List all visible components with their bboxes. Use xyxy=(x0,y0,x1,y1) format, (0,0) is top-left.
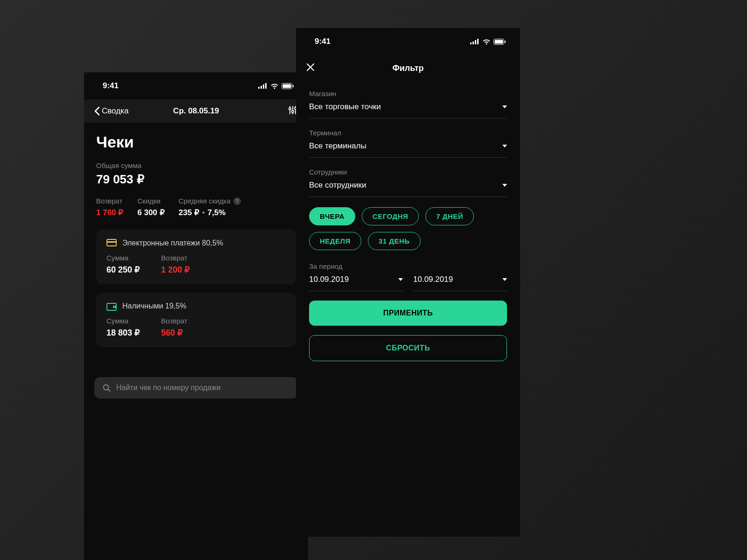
stat-refund-label: Возврат xyxy=(96,197,123,205)
stat-refund: Возврат 1 760 ₽ xyxy=(96,197,123,217)
status-time: 9:41 xyxy=(315,37,331,46)
svg-rect-20 xyxy=(470,42,472,44)
filter-store: Магазин Все торговые точки xyxy=(309,90,507,119)
status-time: 9:41 xyxy=(103,81,119,91)
card-electronic-payments[interactable]: Электронные платежи 80,5% Сумма 60 250 ₽… xyxy=(96,230,296,284)
reset-button[interactable]: СБРОСИТЬ xyxy=(309,335,507,361)
stat-avg-discount-value: 235 ₽•7,5% xyxy=(179,208,241,217)
period-label: За период xyxy=(309,262,507,270)
card-electronic-title: Электронные платежи 80,5% xyxy=(122,239,223,247)
svg-point-10 xyxy=(292,111,294,112)
wallet-icon xyxy=(106,302,117,310)
period-from-select[interactable]: 10.09.2019 xyxy=(309,275,403,291)
filter-employees-value: Все сотрудники xyxy=(309,181,366,190)
filter-employees: Сотрудники Все сотрудники xyxy=(309,168,507,197)
card-electronic-sum-value: 60 250 ₽ xyxy=(106,265,140,275)
svg-point-17 xyxy=(114,307,115,308)
svg-rect-6 xyxy=(293,85,294,87)
avg-discount-amount: 235 ₽ xyxy=(179,208,199,217)
svg-point-18 xyxy=(104,385,109,390)
svg-rect-0 xyxy=(258,87,260,89)
status-bar: 9:41 xyxy=(296,28,520,55)
card-cash-sum-value: 18 803 ₽ xyxy=(106,328,140,338)
page-title: Чеки xyxy=(96,133,296,151)
filter-terminal: Терминал Все терминалы xyxy=(309,129,507,158)
svg-line-19 xyxy=(108,389,110,391)
filter-store-label: Магазин xyxy=(309,90,507,98)
help-icon[interactable]: ? xyxy=(233,197,241,205)
svg-point-8 xyxy=(289,108,291,110)
svg-rect-3 xyxy=(265,83,267,89)
filter-terminal-select[interactable]: Все терминалы xyxy=(309,141,507,158)
filter-screen: 9:41 Фильтр Магазин Все торговые точки Т… xyxy=(296,28,520,537)
card-icon xyxy=(106,239,117,247)
search-icon xyxy=(103,384,111,392)
close-button[interactable] xyxy=(306,63,325,73)
total-amount: 79 053 ₽ xyxy=(96,172,296,187)
filter-employees-label: Сотрудники xyxy=(309,168,507,176)
chevron-down-icon xyxy=(502,278,507,281)
receipts-screen: 9:41 Сводка Ср. 08.05.19 Чеки Общая сумм… xyxy=(84,72,308,560)
battery-icon xyxy=(493,39,506,45)
period-to-select[interactable]: 10.09.2019 xyxy=(413,275,507,291)
search-placeholder: Найти чек по номеру продажи xyxy=(116,384,221,392)
stat-avg-discount-label: Средняя скидка ? xyxy=(179,197,241,205)
total-label: Общая сумма xyxy=(96,161,296,169)
receipts-content: Чеки Общая сумма 79 053 ₽ Возврат 1 760 … xyxy=(84,123,308,366)
stat-discounts: Скидки 6 300 ₽ xyxy=(137,197,164,217)
card-electronic-refund-value: 1 200 ₽ xyxy=(161,265,190,275)
card-cash-refund-label: Возврат xyxy=(161,317,187,325)
stats-row: Возврат 1 760 ₽ Скидки 6 300 ₽ Средняя с… xyxy=(96,197,296,217)
status-icons xyxy=(258,83,294,89)
status-icons xyxy=(470,39,506,45)
back-label: Сводка xyxy=(102,106,128,116)
svg-rect-1 xyxy=(261,86,262,89)
date-chips: ВЧЕРА СЕГОДНЯ 7 ДНЕЙ НЕДЕЛЯ 31 ДЕНЬ xyxy=(309,207,507,250)
nav-bar: Сводка Ср. 08.05.19 xyxy=(84,99,308,123)
chip-yesterday[interactable]: ВЧЕРА xyxy=(309,207,355,225)
svg-rect-26 xyxy=(505,41,506,43)
chevron-down-icon xyxy=(502,145,507,147)
stat-discounts-value: 6 300 ₽ xyxy=(137,208,164,217)
card-cash-refund-value: 560 ₽ xyxy=(161,328,187,338)
chip-31days[interactable]: 31 ДЕНЬ xyxy=(368,232,421,250)
back-button[interactable]: Сводка xyxy=(94,106,128,116)
nav-date: Ср. 08.05.19 xyxy=(173,106,219,116)
close-icon xyxy=(306,63,315,71)
period-row: 10.09.2019 10.09.2019 xyxy=(309,275,507,291)
filter-nav: Фильтр xyxy=(296,55,520,81)
chevron-down-icon xyxy=(502,105,507,108)
chip-week[interactable]: НЕДЕЛЯ xyxy=(309,232,361,250)
period-to-value: 10.09.2019 xyxy=(413,275,453,284)
filter-employees-select[interactable]: Все сотрудники xyxy=(309,181,507,197)
filter-title: Фильтр xyxy=(296,63,520,73)
svg-rect-23 xyxy=(477,39,479,44)
svg-rect-5 xyxy=(283,84,291,88)
search-input[interactable]: Найти чек по номеру продажи xyxy=(94,377,298,399)
battery-icon xyxy=(282,83,294,89)
filter-content: Магазин Все торговые точки Терминал Все … xyxy=(296,81,520,370)
svg-rect-2 xyxy=(263,84,264,89)
filter-terminal-value: Все терминалы xyxy=(309,141,366,151)
filter-terminal-label: Терминал xyxy=(309,129,507,137)
wifi-icon xyxy=(482,39,491,45)
avg-discount-percent: 7,5% xyxy=(208,208,226,217)
card-cash-title: Наличными 19,5% xyxy=(122,302,186,310)
status-bar: 9:41 xyxy=(84,72,308,99)
wifi-icon xyxy=(270,83,279,89)
svg-rect-21 xyxy=(472,42,474,44)
chip-7days[interactable]: 7 ДНЕЙ xyxy=(425,207,474,225)
apply-button[interactable]: ПРИМЕНИТЬ xyxy=(309,301,507,326)
chevron-left-icon xyxy=(94,106,100,116)
card-cash-payments[interactable]: Наличными 19,5% Сумма 18 803 ₽ Возврат 5… xyxy=(96,293,296,347)
svg-rect-22 xyxy=(475,40,476,44)
stat-refund-value: 1 760 ₽ xyxy=(96,208,123,217)
filter-store-select[interactable]: Все торговые точки xyxy=(309,102,507,119)
filter-store-value: Все торговые точки xyxy=(309,102,381,112)
chevron-down-icon xyxy=(398,278,403,281)
cellular-icon xyxy=(470,39,479,44)
card-cash-sum-label: Сумма xyxy=(106,317,140,325)
stat-avg-discount: Средняя скидка ? 235 ₽•7,5% xyxy=(179,197,241,217)
chevron-down-icon xyxy=(502,184,507,187)
chip-today[interactable]: СЕГОДНЯ xyxy=(362,207,419,225)
